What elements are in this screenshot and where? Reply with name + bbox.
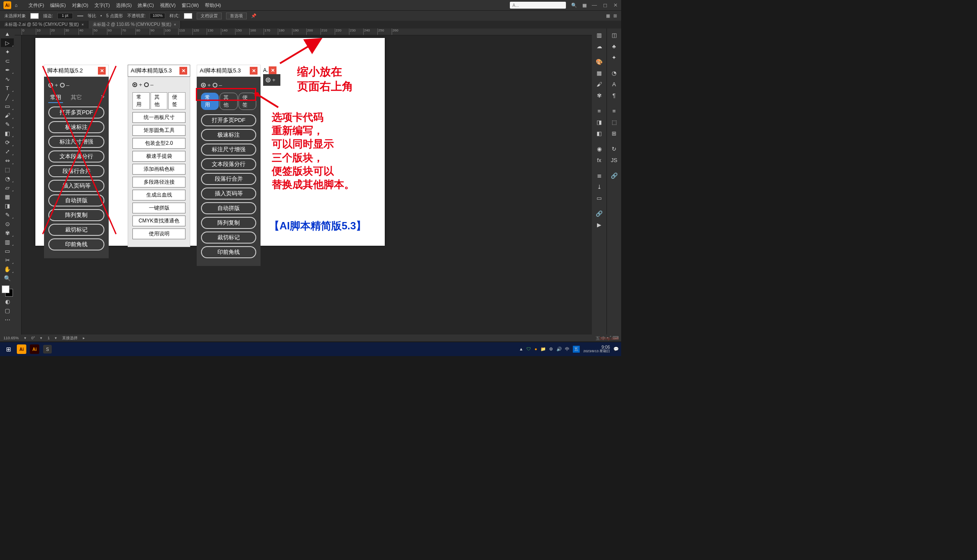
canvas[interactable]: 0102030405060708090100110120130140150160… bbox=[15, 28, 592, 335]
eraser-tool[interactable]: ◧ bbox=[1, 129, 14, 138]
chevron-right-icon[interactable]: » bbox=[101, 93, 104, 103]
paintbrush-tool[interactable]: 🖌 bbox=[1, 111, 14, 119]
taskbar-app[interactable]: Ai bbox=[28, 344, 41, 355]
properties-panel-icon[interactable]: ▥ bbox=[592, 29, 606, 41]
links-panel-icon[interactable]: 🔗 bbox=[592, 208, 606, 219]
width-tool[interactable]: ⇔ bbox=[1, 156, 14, 165]
color-picker[interactable] bbox=[2, 285, 13, 297]
fill-swatch[interactable] bbox=[30, 13, 39, 19]
rectangle-tool[interactable]: ▭ bbox=[1, 102, 14, 110]
script-button[interactable]: 段落行合并 bbox=[48, 165, 104, 177]
radio-filled-icon[interactable] bbox=[48, 83, 53, 88]
corner-label[interactable]: 5 点圆形 bbox=[106, 13, 123, 19]
menu-help[interactable]: 帮助(H) bbox=[205, 2, 221, 9]
close-button[interactable]: ✕ bbox=[269, 66, 276, 74]
radio-filled-icon[interactable] bbox=[132, 82, 137, 87]
line-tool[interactable]: ╱ bbox=[1, 93, 14, 101]
script-button[interactable]: 一键拼版 bbox=[132, 203, 185, 213]
radio-empty-icon[interactable] bbox=[213, 83, 217, 88]
graph-tool[interactable]: ▥ bbox=[1, 238, 14, 246]
tray-icon[interactable]: ● bbox=[534, 347, 537, 351]
shape-builder-tool[interactable]: ◔ bbox=[1, 174, 14, 183]
script-button[interactable]: 极速标注 bbox=[48, 121, 104, 133]
menu-type[interactable]: 文字(T) bbox=[94, 2, 110, 9]
tab-other[interactable]: 其他 bbox=[151, 92, 168, 109]
transparency-panel-icon[interactable]: ◧ bbox=[592, 128, 606, 139]
panel-icon[interactable]: ⬚ bbox=[607, 116, 621, 128]
type-tool[interactable]: T bbox=[1, 84, 14, 92]
brushes-panel-icon[interactable]: 🖌 bbox=[592, 78, 606, 90]
script-button[interactable]: 文本段落分行 bbox=[201, 158, 256, 170]
tray-icon[interactable]: ⚙ bbox=[549, 347, 553, 351]
script-button[interactable]: 打开多页PDF bbox=[201, 114, 256, 126]
menu-object[interactable]: 对象(O) bbox=[72, 2, 88, 9]
panel-icon[interactable]: A bbox=[607, 78, 621, 90]
script-button[interactable]: 多段路径连接 bbox=[132, 177, 185, 188]
clock-date[interactable]: 2023/8/13 星期日 bbox=[583, 350, 610, 354]
menu-select[interactable]: 选择(S) bbox=[116, 2, 132, 9]
play-icon[interactable]: ▶ bbox=[592, 219, 606, 230]
script-button[interactable]: 生成出血线 bbox=[132, 190, 185, 200]
color-mode-icon[interactable]: ◐ bbox=[1, 297, 14, 306]
doc-setup-button[interactable]: 文档设置 bbox=[197, 13, 222, 19]
appearance-panel-icon[interactable]: ◉ bbox=[592, 143, 606, 154]
maximize-icon[interactable]: ◻ bbox=[603, 2, 607, 8]
ime-icon[interactable]: 中 bbox=[565, 346, 569, 352]
tray-icon[interactable]: 🛡 bbox=[527, 347, 531, 351]
opacity-value[interactable]: 100% bbox=[150, 13, 165, 19]
panel-icon[interactable]: JS bbox=[607, 154, 621, 166]
taskbar-app[interactable]: Ai bbox=[16, 344, 28, 355]
panel-icon[interactable]: 🔗 bbox=[607, 170, 621, 181]
zoom-level[interactable]: 110.65% bbox=[3, 336, 19, 340]
curvature-tool[interactable]: ∿ bbox=[1, 75, 14, 83]
rotate-tool[interactable]: ⟳ bbox=[1, 138, 14, 147]
script-button[interactable]: 段落行合并 bbox=[201, 173, 256, 185]
zoom-tool[interactable]: 🔍 bbox=[1, 274, 14, 282]
script-button[interactable]: 极速标注 bbox=[201, 129, 256, 141]
taskbar-app[interactable]: S bbox=[41, 344, 53, 355]
panel-icon[interactable]: ▦ bbox=[606, 13, 610, 18]
eyedropper-tool[interactable]: ✎ bbox=[1, 210, 14, 219]
script-button[interactable]: 统一画板尺寸 bbox=[132, 112, 185, 123]
graphic-styles-panel-icon[interactable]: fx bbox=[592, 154, 606, 166]
menu-edit[interactable]: 编辑(E) bbox=[50, 2, 66, 9]
script-button[interactable]: 包装盒型2.0 bbox=[132, 138, 185, 149]
selection-tool[interactable]: ▲ bbox=[1, 29, 14, 38]
tray-icon[interactable]: 📁 bbox=[540, 347, 546, 351]
style-swatch[interactable] bbox=[184, 13, 192, 19]
start-button[interactable]: ⊞ bbox=[3, 344, 15, 355]
panel-icon-2[interactable]: ⊞ bbox=[613, 13, 617, 18]
script-button[interactable]: 极速手提袋 bbox=[132, 151, 185, 162]
menu-effect[interactable]: 效果(C) bbox=[138, 2, 154, 9]
menu-view[interactable]: 视图(V) bbox=[160, 2, 176, 9]
tab-common[interactable]: 常用 bbox=[48, 93, 63, 103]
script-button[interactable]: 插入页码等 bbox=[201, 188, 256, 200]
close-icon[interactable]: ✕ bbox=[613, 2, 618, 8]
screen-mode-icon[interactable]: ▢ bbox=[1, 306, 14, 315]
tab-notes[interactable]: 便签 bbox=[168, 92, 185, 109]
direct-selection-tool[interactable]: ▷ bbox=[1, 38, 14, 47]
radio-empty-icon[interactable] bbox=[144, 82, 149, 87]
radio-empty-icon[interactable] bbox=[60, 83, 65, 88]
ime-icon[interactable]: 五 bbox=[573, 346, 580, 353]
menu-window[interactable]: 窗口(W) bbox=[182, 2, 199, 9]
close-button[interactable]: ✕ bbox=[98, 67, 106, 75]
panel-icon[interactable]: ↻ bbox=[607, 143, 621, 154]
script-button[interactable]: 自动拼版 bbox=[48, 194, 104, 206]
doc-tab-1[interactable]: 未标题-2.ai @ 50 % (CMYK/CPU 预览)× bbox=[0, 21, 88, 28]
search-input[interactable]: A... bbox=[510, 2, 566, 9]
perspective-tool[interactable]: ▱ bbox=[1, 183, 14, 192]
close-button[interactable]: ✕ bbox=[250, 67, 258, 75]
minimize-icon[interactable]: — bbox=[592, 2, 597, 8]
script-button[interactable]: 裁切标记 bbox=[201, 232, 256, 244]
tab-common[interactable]: 常用 bbox=[201, 93, 219, 110]
magic-wand-tool[interactable]: ✦ bbox=[1, 47, 14, 56]
artboards-panel-icon[interactable]: ▭ bbox=[592, 192, 606, 203]
pen-tool[interactable]: ✒ bbox=[1, 66, 14, 74]
hand-tool[interactable]: ✋ bbox=[1, 265, 14, 273]
scale-tool[interactable]: ⤢ bbox=[1, 147, 14, 156]
radio-filled-icon[interactable] bbox=[266, 78, 270, 82]
stroke-panel-icon[interactable]: ≡ bbox=[592, 105, 606, 116]
panel-icon[interactable]: ◔ bbox=[607, 67, 621, 78]
lasso-tool[interactable]: ⊂ bbox=[1, 56, 14, 65]
